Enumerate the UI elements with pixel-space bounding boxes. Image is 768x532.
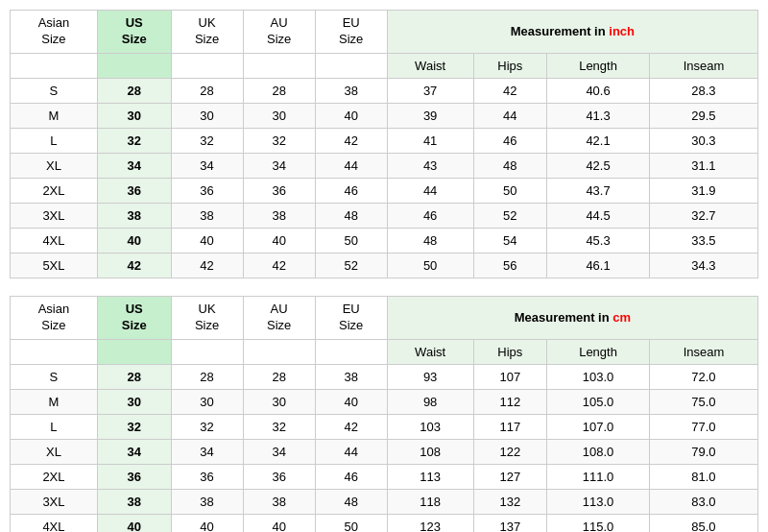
table-cell: 46 bbox=[387, 203, 473, 228]
table-cell: M bbox=[11, 389, 98, 414]
table-cell: 48 bbox=[473, 153, 547, 178]
table-cell: 28 bbox=[97, 364, 171, 389]
col-waist-inch: Waist bbox=[387, 53, 473, 78]
table-cell: S bbox=[11, 364, 98, 389]
table-cell: 38 bbox=[171, 489, 243, 514]
table-cell: 32 bbox=[171, 128, 243, 153]
table-cell: 38 bbox=[97, 203, 171, 228]
table-cell: 2XL bbox=[11, 178, 98, 203]
table-cell: 3XL bbox=[11, 489, 98, 514]
table-row: M3030304098112105.075.0 bbox=[11, 389, 758, 414]
table-row: S28282838374240.628.3 bbox=[11, 78, 758, 103]
table-cell: 30 bbox=[171, 389, 243, 414]
table-cell: 3XL bbox=[11, 203, 98, 228]
table-cell: 40 bbox=[97, 228, 171, 253]
table-cell: XL bbox=[11, 439, 98, 464]
table-cell: 127 bbox=[473, 464, 547, 489]
table-cell: 38 bbox=[315, 78, 387, 103]
table-cell: 28 bbox=[171, 364, 243, 389]
table-cell: 30 bbox=[97, 103, 171, 128]
table-row: 2XL36363646445043.731.9 bbox=[11, 178, 758, 203]
measurement-cm-header: Measurement in cm bbox=[387, 296, 757, 339]
col-us-size-cm: USSize bbox=[97, 296, 171, 339]
table-cell: 42 bbox=[97, 253, 171, 278]
table-cell: 38 bbox=[171, 203, 243, 228]
col-hips-cm: Hips bbox=[473, 339, 547, 364]
table-cell: 36 bbox=[243, 464, 315, 489]
table-cell: 118 bbox=[387, 489, 473, 514]
col-uk-size-cm-sub bbox=[171, 339, 243, 364]
table-cell: 105.0 bbox=[547, 389, 650, 414]
table-cell: 108 bbox=[387, 439, 473, 464]
table-cell: 72.0 bbox=[649, 364, 757, 389]
table-row: L32323242414642.130.3 bbox=[11, 128, 758, 153]
table-cell: 115.0 bbox=[547, 514, 650, 532]
table-row: S2828283893107103.072.0 bbox=[11, 364, 758, 389]
table-cell: 40 bbox=[315, 103, 387, 128]
col-eu-size: EUSize bbox=[315, 11, 387, 54]
table-cell: 98 bbox=[387, 389, 473, 414]
table-cell: 34.3 bbox=[649, 253, 757, 278]
table-cell: 50 bbox=[473, 178, 547, 203]
table-cell: 42.5 bbox=[547, 153, 650, 178]
table-cell: 54 bbox=[473, 228, 547, 253]
col-eu-size-cm-sub bbox=[315, 339, 387, 364]
table-row: 4XL40404050123137115.085.0 bbox=[11, 514, 758, 532]
table-cell: M bbox=[11, 103, 98, 128]
table-cell: 34 bbox=[97, 439, 171, 464]
table-row: 3XL38383848118132113.083.0 bbox=[11, 489, 758, 514]
table-cell: 93 bbox=[387, 364, 473, 389]
table-cell: L bbox=[11, 128, 98, 153]
table-cell: 34 bbox=[97, 153, 171, 178]
table-row: 5XL42424252505646.134.3 bbox=[11, 253, 758, 278]
table-cell: 42 bbox=[315, 414, 387, 439]
table-cell: 36 bbox=[171, 464, 243, 489]
table-cell: 31.9 bbox=[649, 178, 757, 203]
table-cell: 52 bbox=[473, 203, 547, 228]
table-cell: 48 bbox=[315, 489, 387, 514]
table-cell: 44 bbox=[387, 178, 473, 203]
table-cell: 30 bbox=[243, 389, 315, 414]
col-eu-size-sub bbox=[315, 53, 387, 78]
cm-table: AsianSize USSize UKSize AUSize EUSize Me… bbox=[10, 296, 758, 532]
table-cell: 30.3 bbox=[649, 128, 757, 153]
table-cell: 56 bbox=[473, 253, 547, 278]
table-cell: 46 bbox=[315, 464, 387, 489]
measurement-unit-inch: inch bbox=[609, 24, 635, 38]
table-row: L32323242103117107.077.0 bbox=[11, 414, 758, 439]
measurement-inch-header: Measurement in inch bbox=[387, 11, 757, 54]
table-cell: 34 bbox=[171, 153, 243, 178]
table-cell: 40.6 bbox=[547, 78, 650, 103]
table-cell: 36 bbox=[97, 464, 171, 489]
table-cell: 41.3 bbox=[547, 103, 650, 128]
table-row: XL34343444108122108.079.0 bbox=[11, 439, 758, 464]
col-asian-size: AsianSize bbox=[11, 11, 98, 54]
measurement-label-cm: Measurement in bbox=[515, 310, 613, 325]
table-cell: 85.0 bbox=[649, 514, 757, 532]
col-au-size-sub bbox=[243, 53, 315, 78]
table-cell: 107 bbox=[473, 364, 547, 389]
table-cell: L bbox=[11, 414, 98, 439]
table-cell: 46 bbox=[473, 128, 547, 153]
table-cell: 50 bbox=[315, 228, 387, 253]
table-cell: 44 bbox=[315, 439, 387, 464]
col-us-size: USSize bbox=[97, 11, 171, 54]
table-cell: 34 bbox=[243, 439, 315, 464]
table-cell: 5XL bbox=[11, 253, 98, 278]
table-cell: 81.0 bbox=[649, 464, 757, 489]
table-cell: 40 bbox=[315, 389, 387, 414]
inch-table: AsianSize USSize UKSize AUSize EUSize Me… bbox=[10, 10, 758, 278]
table-cell: 40 bbox=[97, 514, 171, 532]
table-cell: 34 bbox=[171, 439, 243, 464]
table-cell: 38 bbox=[243, 489, 315, 514]
table-cell: 30 bbox=[171, 103, 243, 128]
table-cell: 40 bbox=[243, 514, 315, 532]
inch-table-wrapper: AsianSize USSize UKSize AUSize EUSize Me… bbox=[10, 10, 758, 278]
table-cell: 107.0 bbox=[547, 414, 650, 439]
col-inseam-inch: Inseam bbox=[649, 53, 757, 78]
table-cell: 32 bbox=[243, 414, 315, 439]
table-cell: 42 bbox=[315, 128, 387, 153]
table-cell: 4XL bbox=[11, 228, 98, 253]
table-cell: XL bbox=[11, 153, 98, 178]
measurement-label: Measurement in bbox=[511, 24, 610, 38]
